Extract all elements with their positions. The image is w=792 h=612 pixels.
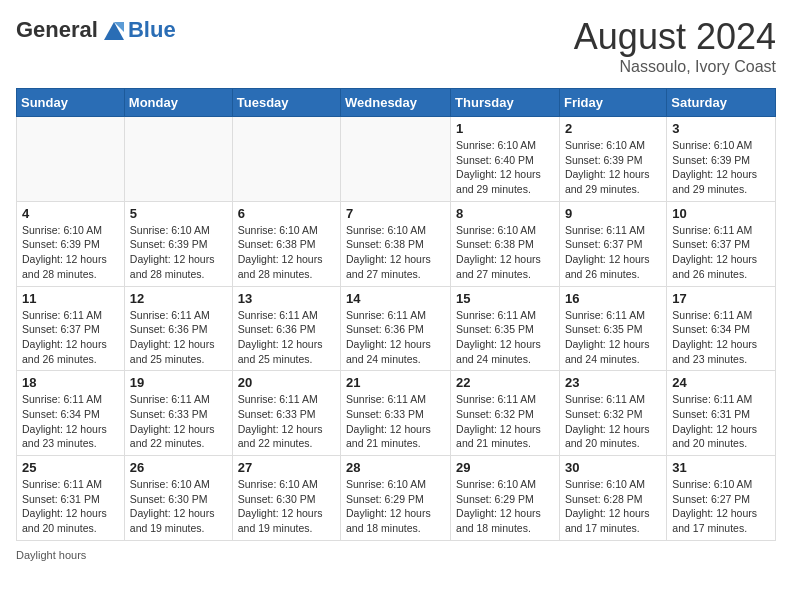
day-number: 31 <box>672 460 770 475</box>
day-number: 7 <box>346 206 445 221</box>
calendar-cell: 12Sunrise: 6:11 AM Sunset: 6:36 PM Dayli… <box>124 286 232 371</box>
day-number: 4 <box>22 206 119 221</box>
cell-info: Sunrise: 6:11 AM Sunset: 6:34 PM Dayligh… <box>22 392 119 451</box>
cell-info: Sunrise: 6:10 AM Sunset: 6:29 PM Dayligh… <box>346 477 445 536</box>
calendar-cell: 16Sunrise: 6:11 AM Sunset: 6:35 PM Dayli… <box>559 286 666 371</box>
cell-info: Sunrise: 6:10 AM Sunset: 6:38 PM Dayligh… <box>456 223 554 282</box>
day-number: 8 <box>456 206 554 221</box>
page-header: General Blue August 2024 Nassoulo, Ivory… <box>16 16 776 76</box>
calendar-cell: 2Sunrise: 6:10 AM Sunset: 6:39 PM Daylig… <box>559 117 666 202</box>
cell-info: Sunrise: 6:11 AM Sunset: 6:31 PM Dayligh… <box>22 477 119 536</box>
cell-info: Sunrise: 6:10 AM Sunset: 6:39 PM Dayligh… <box>565 138 661 197</box>
day-number: 17 <box>672 291 770 306</box>
calendar-cell: 31Sunrise: 6:10 AM Sunset: 6:27 PM Dayli… <box>667 456 776 541</box>
day-number: 3 <box>672 121 770 136</box>
day-number: 9 <box>565 206 661 221</box>
day-of-week-header: Sunday <box>17 89 125 117</box>
cell-info: Sunrise: 6:10 AM Sunset: 6:39 PM Dayligh… <box>22 223 119 282</box>
calendar-week-row: 25Sunrise: 6:11 AM Sunset: 6:31 PM Dayli… <box>17 456 776 541</box>
cell-info: Sunrise: 6:10 AM Sunset: 6:28 PM Dayligh… <box>565 477 661 536</box>
day-number: 23 <box>565 375 661 390</box>
cell-info: Sunrise: 6:11 AM Sunset: 6:33 PM Dayligh… <box>346 392 445 451</box>
calendar-table: SundayMondayTuesdayWednesdayThursdayFrid… <box>16 88 776 541</box>
calendar-cell: 1Sunrise: 6:10 AM Sunset: 6:40 PM Daylig… <box>451 117 560 202</box>
logo-general: General <box>16 17 98 43</box>
day-number: 1 <box>456 121 554 136</box>
calendar-cell: 7Sunrise: 6:10 AM Sunset: 6:38 PM Daylig… <box>341 201 451 286</box>
day-number: 6 <box>238 206 335 221</box>
calendar-cell: 30Sunrise: 6:10 AM Sunset: 6:28 PM Dayli… <box>559 456 666 541</box>
cell-info: Sunrise: 6:10 AM Sunset: 6:38 PM Dayligh… <box>238 223 335 282</box>
month-title: August 2024 <box>574 16 776 58</box>
day-number: 29 <box>456 460 554 475</box>
calendar-cell: 23Sunrise: 6:11 AM Sunset: 6:32 PM Dayli… <box>559 371 666 456</box>
cell-info: Sunrise: 6:11 AM Sunset: 6:36 PM Dayligh… <box>346 308 445 367</box>
day-of-week-header: Wednesday <box>341 89 451 117</box>
calendar-cell: 21Sunrise: 6:11 AM Sunset: 6:33 PM Dayli… <box>341 371 451 456</box>
cell-info: Sunrise: 6:10 AM Sunset: 6:39 PM Dayligh… <box>672 138 770 197</box>
calendar-cell: 19Sunrise: 6:11 AM Sunset: 6:33 PM Dayli… <box>124 371 232 456</box>
cell-info: Sunrise: 6:11 AM Sunset: 6:31 PM Dayligh… <box>672 392 770 451</box>
day-number: 18 <box>22 375 119 390</box>
cell-info: Sunrise: 6:11 AM Sunset: 6:37 PM Dayligh… <box>22 308 119 367</box>
calendar-cell <box>341 117 451 202</box>
day-number: 10 <box>672 206 770 221</box>
calendar-cell: 4Sunrise: 6:10 AM Sunset: 6:39 PM Daylig… <box>17 201 125 286</box>
day-number: 15 <box>456 291 554 306</box>
calendar-header-row: SundayMondayTuesdayWednesdayThursdayFrid… <box>17 89 776 117</box>
calendar-cell <box>17 117 125 202</box>
calendar-cell: 3Sunrise: 6:10 AM Sunset: 6:39 PM Daylig… <box>667 117 776 202</box>
cell-info: Sunrise: 6:11 AM Sunset: 6:36 PM Dayligh… <box>238 308 335 367</box>
calendar-cell <box>232 117 340 202</box>
title-section: August 2024 Nassoulo, Ivory Coast <box>574 16 776 76</box>
day-of-week-header: Tuesday <box>232 89 340 117</box>
calendar-cell: 17Sunrise: 6:11 AM Sunset: 6:34 PM Dayli… <box>667 286 776 371</box>
footer: Daylight hours <box>16 549 776 561</box>
cell-info: Sunrise: 6:11 AM Sunset: 6:35 PM Dayligh… <box>456 308 554 367</box>
calendar-cell: 29Sunrise: 6:10 AM Sunset: 6:29 PM Dayli… <box>451 456 560 541</box>
day-number: 19 <box>130 375 227 390</box>
day-of-week-header: Monday <box>124 89 232 117</box>
cell-info: Sunrise: 6:11 AM Sunset: 6:36 PM Dayligh… <box>130 308 227 367</box>
cell-info: Sunrise: 6:10 AM Sunset: 6:30 PM Dayligh… <box>238 477 335 536</box>
day-number: 27 <box>238 460 335 475</box>
day-number: 20 <box>238 375 335 390</box>
cell-info: Sunrise: 6:11 AM Sunset: 6:35 PM Dayligh… <box>565 308 661 367</box>
cell-info: Sunrise: 6:10 AM Sunset: 6:40 PM Dayligh… <box>456 138 554 197</box>
daylight-hours-label: Daylight hours <box>16 549 86 561</box>
day-number: 21 <box>346 375 445 390</box>
calendar-week-row: 18Sunrise: 6:11 AM Sunset: 6:34 PM Dayli… <box>17 371 776 456</box>
day-of-week-header: Saturday <box>667 89 776 117</box>
calendar-cell: 20Sunrise: 6:11 AM Sunset: 6:33 PM Dayli… <box>232 371 340 456</box>
calendar-cell: 25Sunrise: 6:11 AM Sunset: 6:31 PM Dayli… <box>17 456 125 541</box>
day-number: 16 <box>565 291 661 306</box>
calendar-cell: 18Sunrise: 6:11 AM Sunset: 6:34 PM Dayli… <box>17 371 125 456</box>
cell-info: Sunrise: 6:11 AM Sunset: 6:32 PM Dayligh… <box>456 392 554 451</box>
day-number: 5 <box>130 206 227 221</box>
day-of-week-header: Thursday <box>451 89 560 117</box>
cell-info: Sunrise: 6:11 AM Sunset: 6:37 PM Dayligh… <box>672 223 770 282</box>
location: Nassoulo, Ivory Coast <box>574 58 776 76</box>
day-of-week-header: Friday <box>559 89 666 117</box>
calendar-cell <box>124 117 232 202</box>
logo: General Blue <box>16 16 176 44</box>
cell-info: Sunrise: 6:11 AM Sunset: 6:34 PM Dayligh… <box>672 308 770 367</box>
calendar-week-row: 11Sunrise: 6:11 AM Sunset: 6:37 PM Dayli… <box>17 286 776 371</box>
day-number: 26 <box>130 460 227 475</box>
calendar-cell: 6Sunrise: 6:10 AM Sunset: 6:38 PM Daylig… <box>232 201 340 286</box>
day-number: 14 <box>346 291 445 306</box>
calendar-cell: 5Sunrise: 6:10 AM Sunset: 6:39 PM Daylig… <box>124 201 232 286</box>
calendar-cell: 14Sunrise: 6:11 AM Sunset: 6:36 PM Dayli… <box>341 286 451 371</box>
cell-info: Sunrise: 6:11 AM Sunset: 6:33 PM Dayligh… <box>130 392 227 451</box>
logo-icon <box>100 16 128 44</box>
calendar-week-row: 4Sunrise: 6:10 AM Sunset: 6:39 PM Daylig… <box>17 201 776 286</box>
cell-info: Sunrise: 6:10 AM Sunset: 6:39 PM Dayligh… <box>130 223 227 282</box>
day-number: 24 <box>672 375 770 390</box>
day-number: 22 <box>456 375 554 390</box>
day-number: 11 <box>22 291 119 306</box>
day-number: 13 <box>238 291 335 306</box>
calendar-cell: 15Sunrise: 6:11 AM Sunset: 6:35 PM Dayli… <box>451 286 560 371</box>
calendar-cell: 22Sunrise: 6:11 AM Sunset: 6:32 PM Dayli… <box>451 371 560 456</box>
day-number: 12 <box>130 291 227 306</box>
cell-info: Sunrise: 6:11 AM Sunset: 6:32 PM Dayligh… <box>565 392 661 451</box>
